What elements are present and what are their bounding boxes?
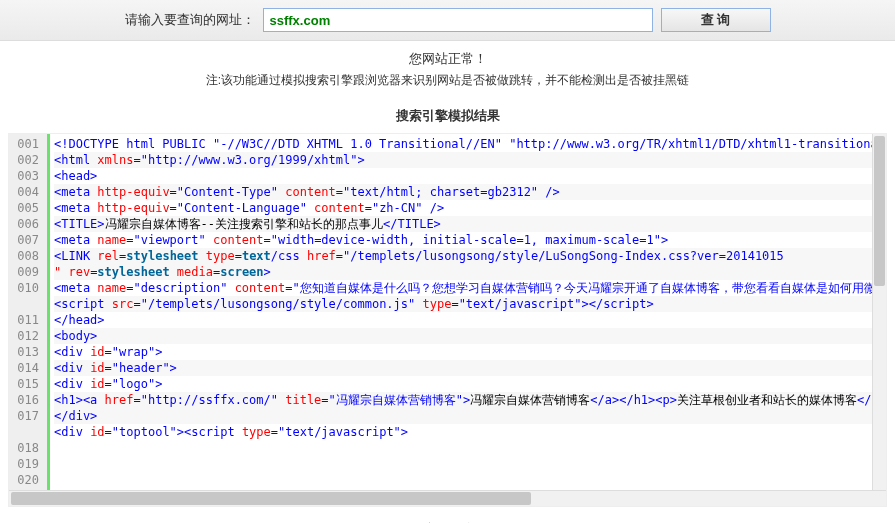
vertical-scrollbar[interactable] <box>872 134 886 490</box>
url-input[interactable] <box>263 8 653 32</box>
section-title-normal-visit: 正常访问模拟结果 <box>0 507 895 523</box>
query-button[interactable]: 查 询 <box>661 8 771 32</box>
status-ok: 您网站正常！ <box>0 49 895 70</box>
status-area: 您网站正常！ 注:该功能通过模拟搜索引擎跟浏览器来识别网站是否被做跳转，并不能检… <box>0 41 895 93</box>
status-note: 注:该功能通过模拟搜索引擎跟浏览器来识别网站是否被做跳转，并不能检测出是否被挂黑… <box>0 70 895 92</box>
url-label: 请输入要查询的网址： <box>125 11 255 29</box>
section-title-search-engine: 搜索引擎模拟结果 <box>0 93 895 133</box>
vertical-scroll-thumb[interactable] <box>874 136 885 286</box>
line-gutter: 001002003004005006007008009010 011012013… <box>9 134 47 490</box>
code-viewer: 001002003004005006007008009010 011012013… <box>8 133 887 507</box>
search-bar: 请输入要查询的网址： 查 询 <box>0 0 895 41</box>
horizontal-scroll-thumb[interactable] <box>11 492 531 505</box>
code-lines: <!DOCTYPE html PUBLIC "-//W3C//DTD XHTML… <box>47 134 886 490</box>
horizontal-scrollbar[interactable] <box>9 490 886 506</box>
